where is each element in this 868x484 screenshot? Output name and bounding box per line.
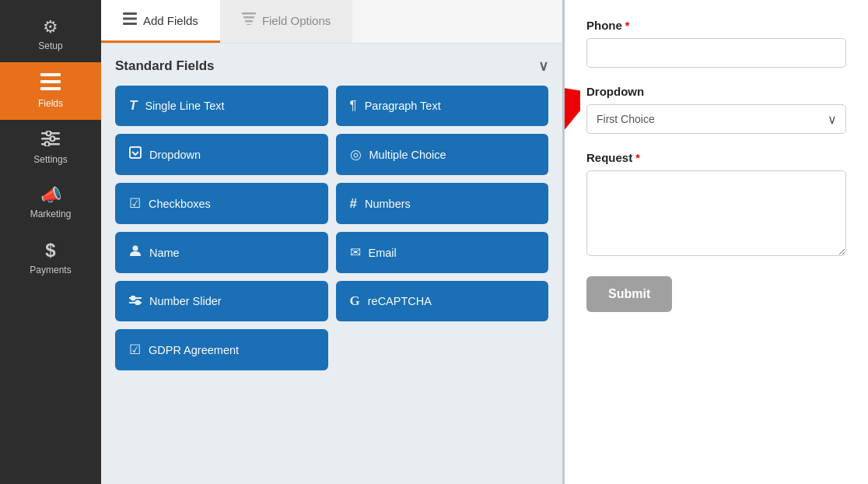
- fields-content: Standard Fields ∨ T Single Line Text ¶ P…: [101, 44, 562, 484]
- tab-add-fields-label: Add Fields: [143, 14, 198, 27]
- sidebar-label-payments: Payments: [30, 265, 71, 275]
- request-required-star: *: [635, 152, 639, 164]
- payments-icon: $: [45, 241, 55, 260]
- field-btn-numbers-label: Numbers: [365, 198, 411, 210]
- arrow-annotation: [565, 82, 580, 183]
- field-btn-gdpr-agreement[interactable]: ☑ GDPR Agreement: [115, 329, 328, 370]
- submit-button[interactable]: Submit: [586, 276, 672, 312]
- svg-rect-1: [40, 80, 61, 83]
- checkboxes-icon: ☑: [129, 195, 141, 212]
- field-btn-paragraph-text[interactable]: ¶ Paragraph Text: [336, 86, 549, 126]
- svg-rect-16: [243, 16, 254, 19]
- svg-point-20: [133, 246, 138, 251]
- setup-icon: ⚙: [43, 19, 58, 36]
- svg-rect-17: [245, 20, 253, 23]
- email-icon: ✉: [350, 244, 361, 261]
- svg-point-8: [51, 136, 55, 141]
- sidebar-item-payments[interactable]: $ Payments: [0, 230, 101, 286]
- dropdown-select-wrapper: First Choice Second Choice Third Choice …: [586, 104, 846, 134]
- field-btn-checkboxes-label: Checkboxes: [149, 198, 211, 210]
- tab-field-options-label: Field Options: [262, 14, 331, 27]
- field-btn-multiple-choice-label: Multiple Choice: [369, 149, 446, 161]
- field-btn-multiple-choice[interactable]: ◎ Multiple Choice: [336, 134, 549, 175]
- form-panel: Phone * Dropdown First Choice Second Cho…: [565, 0, 868, 484]
- svg-rect-13: [123, 18, 137, 20]
- add-fields-tab-icon: [123, 12, 137, 28]
- field-btn-checkboxes[interactable]: ☑ Checkboxes: [115, 183, 328, 224]
- svg-point-11: [45, 142, 50, 146]
- field-btn-single-line-text[interactable]: T Single Line Text: [115, 86, 328, 126]
- field-btn-number-slider-label: Number Slider: [149, 295, 222, 307]
- svg-rect-15: [242, 12, 256, 15]
- field-btn-numbers[interactable]: # Numbers: [336, 183, 549, 224]
- field-btn-name[interactable]: Name: [115, 232, 328, 273]
- dropdown-select[interactable]: First Choice Second Choice Third Choice: [586, 104, 846, 134]
- marketing-icon: 📣: [40, 187, 61, 204]
- svg-point-23: [131, 296, 135, 300]
- request-label: Request *: [586, 151, 846, 164]
- sidebar-item-marketing[interactable]: 📣 Marketing: [0, 176, 101, 230]
- svg-rect-18: [247, 24, 251, 25]
- dropdown-field-group: Dropdown First Choice Second Choice Thir…: [586, 85, 846, 134]
- field-btn-number-slider[interactable]: Number Slider: [115, 281, 328, 321]
- request-field-group: Request *: [586, 151, 846, 259]
- phone-label: Phone *: [586, 19, 846, 32]
- svg-rect-0: [40, 73, 61, 76]
- name-icon: [129, 244, 142, 261]
- numbers-icon: #: [350, 196, 357, 212]
- field-btn-paragraph-text-label: Paragraph Text: [365, 100, 441, 112]
- sidebar-label-setup: Setup: [38, 40, 62, 51]
- paragraph-text-icon: ¶: [350, 98, 357, 114]
- section-chevron-icon[interactable]: ∨: [538, 58, 548, 75]
- svg-rect-12: [123, 12, 137, 15]
- field-btn-name-label: Name: [149, 247, 180, 259]
- tab-field-options[interactable]: Field Options: [220, 0, 352, 43]
- sidebar-label-fields: Fields: [38, 98, 63, 109]
- main-panel: Add Fields Field Options Standard Fields…: [101, 0, 565, 484]
- sidebar-label-settings: Settings: [33, 154, 67, 165]
- dropdown-label: Dropdown: [586, 85, 846, 98]
- single-line-text-icon: T: [129, 98, 137, 114]
- sidebar: ⚙ Setup Fields Setti: [0, 0, 101, 484]
- field-btn-single-line-text-label: Single Line Text: [145, 100, 224, 112]
- multiple-choice-icon: ◎: [350, 146, 362, 163]
- sidebar-item-fields[interactable]: Fields: [0, 62, 101, 120]
- phone-required-star: *: [625, 19, 629, 32]
- field-btn-email-label: Email: [369, 247, 397, 259]
- svg-rect-14: [123, 23, 137, 25]
- field-btn-recaptcha-label: reCAPTCHA: [368, 295, 432, 307]
- field-btn-gdpr-label: GDPR Agreement: [149, 344, 239, 356]
- phone-field-group: Phone *: [586, 19, 846, 68]
- sidebar-item-settings[interactable]: Settings: [0, 120, 101, 176]
- field-btn-dropdown[interactable]: Dropdown: [115, 134, 328, 175]
- svg-rect-19: [130, 147, 141, 158]
- field-btn-recaptcha[interactable]: G reCAPTCHA: [336, 281, 549, 321]
- field-btn-dropdown-label: Dropdown: [149, 149, 201, 161]
- sidebar-label-marketing: Marketing: [30, 209, 72, 219]
- gdpr-icon: ☑: [129, 342, 141, 358]
- svg-point-24: [136, 301, 140, 305]
- section-header: Standard Fields ∨: [115, 58, 548, 75]
- field-btn-email[interactable]: ✉ Email: [336, 232, 549, 273]
- phone-input[interactable]: [586, 38, 846, 68]
- tabs-bar: Add Fields Field Options: [101, 0, 562, 44]
- request-textarea[interactable]: [586, 170, 846, 256]
- sidebar-item-setup[interactable]: ⚙ Setup: [0, 8, 101, 62]
- svg-point-5: [47, 131, 51, 135]
- fields-icon: [40, 73, 61, 93]
- tab-add-fields[interactable]: Add Fields: [101, 0, 220, 43]
- recaptcha-icon: G: [350, 293, 360, 309]
- section-title: Standard Fields: [115, 58, 215, 74]
- fields-grid: T Single Line Text ¶ Paragraph Text Drop…: [115, 86, 548, 370]
- number-slider-icon: [129, 293, 142, 309]
- dropdown-icon: [129, 146, 142, 163]
- svg-rect-2: [40, 87, 61, 90]
- settings-icon: [41, 131, 60, 149]
- field-options-tab-icon: [242, 12, 256, 28]
